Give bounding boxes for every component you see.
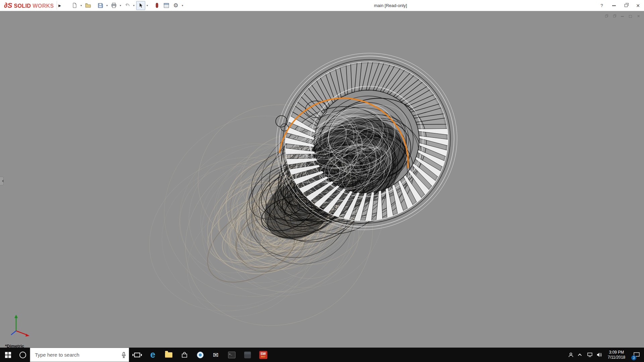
edge-browser-button[interactable]: e bbox=[145, 348, 161, 362]
print-button[interactable] bbox=[109, 1, 118, 10]
cube-icon bbox=[244, 352, 251, 358]
view-orientation-label: *Dimetric bbox=[5, 344, 24, 348]
network-icon bbox=[587, 352, 593, 357]
windows-logo-icon bbox=[5, 352, 11, 358]
taskbar-clock[interactable]: 3:09 PM 7/11/2018 bbox=[604, 348, 629, 362]
system-tray: 3:09 PM 7/11/2018 3 bbox=[566, 348, 644, 362]
new-document-dropdown[interactable]: ▾ bbox=[79, 4, 83, 7]
close-icon: ✕ bbox=[637, 14, 640, 18]
browser-globe-button[interactable] bbox=[192, 348, 208, 362]
options-button[interactable]: ⚙ bbox=[171, 1, 180, 10]
microphone-icon bbox=[121, 352, 126, 358]
store-bag-icon bbox=[181, 352, 187, 358]
minimize-button[interactable] bbox=[608, 0, 620, 11]
solidworks-logo-mark-icon: ∂S bbox=[4, 2, 12, 9]
restore-icon bbox=[625, 4, 628, 7]
task-view-button[interactable] bbox=[129, 348, 145, 362]
cascade-icon bbox=[605, 15, 607, 17]
store-button[interactable] bbox=[176, 348, 192, 362]
main-toolbar: ▾ ▾ ▾ ▾ ▾ ⚙ ▾ bbox=[70, 1, 184, 10]
app-cube-button[interactable] bbox=[239, 348, 255, 362]
window-title: main [Read-only] bbox=[374, 0, 407, 11]
graphics-viewport[interactable]: ✕ *Dimetric bbox=[0, 11, 644, 348]
tray-overflow-button[interactable] bbox=[576, 348, 585, 362]
x-axis-arrow bbox=[25, 334, 30, 337]
doc-new-window-button[interactable] bbox=[603, 14, 609, 19]
solidworks-taskbar-button[interactable]: SW 2017 bbox=[255, 348, 271, 362]
undo-dropdown[interactable]: ▾ bbox=[132, 4, 136, 7]
orientation-triad bbox=[9, 313, 32, 340]
xpress-tools-icon bbox=[155, 3, 159, 8]
action-center-button[interactable]: 3 bbox=[629, 348, 644, 362]
task-pane-button[interactable] bbox=[162, 1, 171, 10]
cortana-icon bbox=[19, 352, 26, 358]
wireframe-model bbox=[0, 11, 644, 348]
new-document-button[interactable] bbox=[70, 1, 79, 10]
new-document-icon bbox=[72, 3, 77, 8]
close-icon: ✕ bbox=[636, 3, 640, 8]
save-dropdown[interactable]: ▾ bbox=[105, 4, 109, 7]
taskbar-search[interactable] bbox=[30, 348, 129, 362]
start-button[interactable] bbox=[0, 348, 16, 362]
notification-badge: 3 bbox=[631, 355, 636, 360]
doc-tile-button[interactable] bbox=[611, 14, 617, 19]
speaker-icon bbox=[596, 352, 602, 357]
globe-icon bbox=[197, 351, 204, 359]
command-prompt-icon: >_ bbox=[228, 352, 235, 358]
chevron-up-icon bbox=[578, 353, 582, 357]
clock-time: 3:09 PM bbox=[609, 350, 624, 355]
doc-minimize-button[interactable] bbox=[620, 14, 625, 19]
doc-maximize-button[interactable] bbox=[628, 14, 633, 19]
edge-icon: e bbox=[150, 350, 155, 359]
sw-icon-text: SW bbox=[260, 352, 266, 356]
folder-icon bbox=[165, 352, 172, 358]
minimize-icon bbox=[612, 5, 616, 6]
sw-icon-year: 2017 bbox=[261, 356, 265, 358]
window-controls: ? ✕ bbox=[596, 0, 644, 11]
gear-icon: ⚙ bbox=[173, 3, 178, 8]
cortana-button[interactable] bbox=[16, 348, 30, 362]
search-input[interactable] bbox=[30, 352, 119, 358]
close-button[interactable]: ✕ bbox=[632, 0, 644, 11]
windows-taskbar: e ✉ >_ SW 2017 3:09 PM 7/11/2018 3 bbox=[0, 348, 644, 362]
maximize-icon bbox=[629, 15, 632, 18]
command-prompt-button[interactable]: >_ bbox=[224, 348, 239, 362]
volume-button[interactable] bbox=[594, 348, 604, 362]
microphone-button[interactable] bbox=[119, 352, 129, 358]
task-view-icon bbox=[134, 353, 140, 357]
print-dropdown[interactable]: ▾ bbox=[119, 4, 122, 7]
x-axis bbox=[16, 331, 27, 335]
save-icon bbox=[98, 3, 103, 8]
feature-tree-collapse-tab[interactable] bbox=[0, 177, 4, 185]
toolbar-flyout-button[interactable]: ▶ bbox=[57, 1, 63, 10]
select-cursor-icon bbox=[138, 3, 143, 8]
network-button[interactable] bbox=[585, 348, 594, 362]
app-titlebar: ∂S SOLIDWORKS ▶ ▾ ▾ ▾ ▾ ▾ bbox=[0, 0, 644, 11]
logo-text-solid: SOLID bbox=[14, 3, 31, 9]
people-button[interactable] bbox=[566, 348, 576, 362]
undo-button[interactable] bbox=[123, 1, 132, 10]
undo-icon bbox=[124, 3, 130, 8]
doc-close-button[interactable]: ✕ bbox=[636, 14, 641, 19]
sheet-icon bbox=[164, 3, 169, 8]
select-tool-dropdown[interactable]: ▾ bbox=[146, 4, 149, 7]
logo-text-works: WORKS bbox=[33, 3, 54, 9]
restore-button[interactable] bbox=[620, 0, 632, 11]
select-tool-button[interactable] bbox=[136, 1, 145, 10]
open-document-button[interactable] bbox=[84, 1, 93, 10]
help-button[interactable]: ? bbox=[596, 0, 608, 11]
z-axis bbox=[11, 331, 16, 335]
print-icon bbox=[111, 3, 117, 8]
save-button[interactable] bbox=[96, 1, 105, 10]
y-axis-arrow bbox=[14, 315, 18, 318]
taskbar-spacer bbox=[271, 348, 566, 362]
solidworks-logo: ∂S SOLIDWORKS bbox=[0, 2, 57, 9]
mail-button[interactable]: ✉ bbox=[208, 348, 224, 362]
cascade-icon bbox=[613, 15, 615, 17]
file-explorer-button[interactable] bbox=[161, 348, 176, 362]
solidworks-app-icon: SW 2017 bbox=[259, 351, 267, 359]
xpress-tools-button[interactable] bbox=[153, 1, 162, 10]
minimize-icon bbox=[621, 16, 624, 17]
document-window-controls: ✕ bbox=[603, 14, 641, 19]
options-dropdown[interactable]: ▾ bbox=[181, 4, 184, 7]
